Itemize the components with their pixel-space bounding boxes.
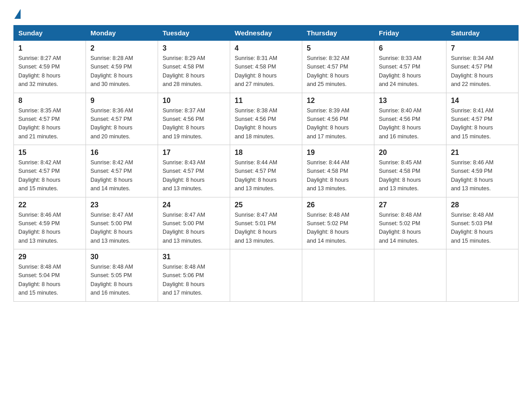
header-thursday: Thursday [302,26,374,41]
day-info: Sunrise: 8:46 AM Sunset: 4:59 PM Dayligh… [18,211,81,246]
page-header [13,9,519,16]
day-number: 11 [235,97,297,105]
day-number: 27 [379,201,442,209]
calendar-cell: 12 Sunrise: 8:39 AM Sunset: 4:56 PM Dayl… [302,93,374,145]
day-number: 3 [163,44,225,52]
calendar-cell: 2 Sunrise: 8:28 AM Sunset: 4:59 PM Dayli… [86,41,158,93]
day-number: 19 [307,149,369,157]
day-info: Sunrise: 8:48 AM Sunset: 5:04 PM Dayligh… [18,263,81,298]
day-number: 22 [18,201,81,209]
day-info: Sunrise: 8:48 AM Sunset: 5:02 PM Dayligh… [379,211,442,246]
day-number: 2 [90,44,153,52]
day-number: 20 [379,149,442,157]
calendar-cell: 25 Sunrise: 8:47 AM Sunset: 5:01 PM Dayl… [230,197,302,249]
header-wednesday: Wednesday [230,26,302,41]
week-row-4: 22 Sunrise: 8:46 AM Sunset: 4:59 PM Dayl… [14,197,519,249]
calendar-cell: 7 Sunrise: 8:34 AM Sunset: 4:57 PM Dayli… [446,41,519,93]
day-info: Sunrise: 8:31 AM Sunset: 4:58 PM Dayligh… [235,54,297,89]
week-row-5: 29 Sunrise: 8:48 AM Sunset: 5:04 PM Dayl… [14,249,519,302]
day-info: Sunrise: 8:42 AM Sunset: 4:57 PM Dayligh… [18,158,81,193]
day-info: Sunrise: 8:43 AM Sunset: 4:57 PM Dayligh… [163,158,225,193]
calendar-cell: 19 Sunrise: 8:44 AM Sunset: 4:58 PM Dayl… [302,145,374,197]
calendar-cell: 20 Sunrise: 8:45 AM Sunset: 4:58 PM Dayl… [374,145,446,197]
day-number: 6 [379,44,442,52]
calendar-cell: 13 Sunrise: 8:40 AM Sunset: 4:56 PM Dayl… [374,93,446,145]
header-tuesday: Tuesday [158,26,230,41]
day-info: Sunrise: 8:39 AM Sunset: 4:56 PM Dayligh… [307,107,369,141]
day-number: 31 [163,253,225,261]
day-number: 5 [307,44,369,52]
calendar-cell: 16 Sunrise: 8:42 AM Sunset: 4:57 PM Dayl… [86,145,158,197]
calendar-cell: 8 Sunrise: 8:35 AM Sunset: 4:57 PM Dayli… [14,93,86,145]
calendar-cell: 22 Sunrise: 8:46 AM Sunset: 4:59 PM Dayl… [14,197,86,249]
day-info: Sunrise: 8:48 AM Sunset: 5:06 PM Dayligh… [163,263,225,298]
calendar-cell: 15 Sunrise: 8:42 AM Sunset: 4:57 PM Dayl… [14,145,86,197]
day-number: 23 [90,201,153,209]
calendar-cell: 30 Sunrise: 8:48 AM Sunset: 5:05 PM Dayl… [86,249,158,302]
day-number: 16 [90,149,153,157]
calendar-cell [230,249,302,302]
logo [13,9,21,16]
day-info: Sunrise: 8:28 AM Sunset: 4:59 PM Dayligh… [90,54,153,89]
day-number: 25 [235,201,297,209]
day-number: 15 [18,149,81,157]
day-number: 4 [235,44,297,52]
week-row-3: 15 Sunrise: 8:42 AM Sunset: 4:57 PM Dayl… [14,145,519,197]
day-info: Sunrise: 8:47 AM Sunset: 5:01 PM Dayligh… [235,211,297,246]
day-info: Sunrise: 8:32 AM Sunset: 4:57 PM Dayligh… [307,54,369,89]
day-info: Sunrise: 8:48 AM Sunset: 5:02 PM Dayligh… [307,211,369,246]
header-sunday: Sunday [14,26,86,41]
calendar-cell: 27 Sunrise: 8:48 AM Sunset: 5:02 PM Dayl… [374,197,446,249]
day-number: 13 [379,97,442,105]
calendar-cell: 18 Sunrise: 8:44 AM Sunset: 4:57 PM Dayl… [230,145,302,197]
calendar-cell: 17 Sunrise: 8:43 AM Sunset: 4:57 PM Dayl… [158,145,230,197]
calendar-cell: 29 Sunrise: 8:48 AM Sunset: 5:04 PM Dayl… [14,249,86,302]
day-number: 30 [90,253,153,261]
day-info: Sunrise: 8:40 AM Sunset: 4:56 PM Dayligh… [379,107,442,141]
day-info: Sunrise: 8:41 AM Sunset: 4:57 PM Dayligh… [451,107,514,141]
day-info: Sunrise: 8:44 AM Sunset: 4:57 PM Dayligh… [235,158,297,193]
calendar-cell [446,249,519,302]
day-number: 17 [163,149,225,157]
day-info: Sunrise: 8:35 AM Sunset: 4:57 PM Dayligh… [18,107,81,141]
day-number: 24 [163,201,225,209]
day-info: Sunrise: 8:29 AM Sunset: 4:58 PM Dayligh… [163,54,225,89]
calendar-cell: 14 Sunrise: 8:41 AM Sunset: 4:57 PM Dayl… [446,93,519,145]
day-number: 21 [451,149,514,157]
day-number: 8 [18,97,81,105]
day-info: Sunrise: 8:38 AM Sunset: 4:56 PM Dayligh… [235,107,297,141]
calendar-cell: 31 Sunrise: 8:48 AM Sunset: 5:06 PM Dayl… [158,249,230,302]
calendar-cell [374,249,446,302]
day-info: Sunrise: 8:36 AM Sunset: 4:57 PM Dayligh… [90,107,153,141]
calendar-header-row: SundayMondayTuesdayWednesdayThursdayFrid… [14,26,519,41]
calendar-cell: 21 Sunrise: 8:46 AM Sunset: 4:59 PM Dayl… [446,145,519,197]
day-info: Sunrise: 8:44 AM Sunset: 4:58 PM Dayligh… [307,158,369,193]
calendar-cell: 9 Sunrise: 8:36 AM Sunset: 4:57 PM Dayli… [86,93,158,145]
day-number: 26 [307,201,369,209]
week-row-2: 8 Sunrise: 8:35 AM Sunset: 4:57 PM Dayli… [14,93,519,145]
day-number: 10 [163,97,225,105]
calendar-cell [302,249,374,302]
week-row-1: 1 Sunrise: 8:27 AM Sunset: 4:59 PM Dayli… [14,41,519,93]
logo-triangle-icon [14,9,21,19]
day-number: 1 [18,44,81,52]
calendar-cell: 28 Sunrise: 8:48 AM Sunset: 5:03 PM Dayl… [446,197,519,249]
day-info: Sunrise: 8:27 AM Sunset: 4:59 PM Dayligh… [18,54,81,89]
header-saturday: Saturday [446,26,519,41]
day-info: Sunrise: 8:48 AM Sunset: 5:05 PM Dayligh… [90,263,153,298]
day-number: 14 [451,97,514,105]
day-info: Sunrise: 8:48 AM Sunset: 5:03 PM Dayligh… [451,211,514,246]
calendar-cell: 1 Sunrise: 8:27 AM Sunset: 4:59 PM Dayli… [14,41,86,93]
day-number: 28 [451,201,514,209]
day-info: Sunrise: 8:47 AM Sunset: 5:00 PM Dayligh… [163,211,225,246]
day-info: Sunrise: 8:33 AM Sunset: 4:57 PM Dayligh… [379,54,442,89]
day-info: Sunrise: 8:47 AM Sunset: 5:00 PM Dayligh… [90,211,153,246]
day-number: 9 [90,97,153,105]
calendar-cell: 24 Sunrise: 8:47 AM Sunset: 5:00 PM Dayl… [158,197,230,249]
calendar-table: SundayMondayTuesdayWednesdayThursdayFrid… [13,25,519,302]
day-number: 18 [235,149,297,157]
calendar-cell: 5 Sunrise: 8:32 AM Sunset: 4:57 PM Dayli… [302,41,374,93]
day-info: Sunrise: 8:45 AM Sunset: 4:58 PM Dayligh… [379,158,442,193]
day-number: 7 [451,44,514,52]
calendar-cell: 11 Sunrise: 8:38 AM Sunset: 4:56 PM Dayl… [230,93,302,145]
